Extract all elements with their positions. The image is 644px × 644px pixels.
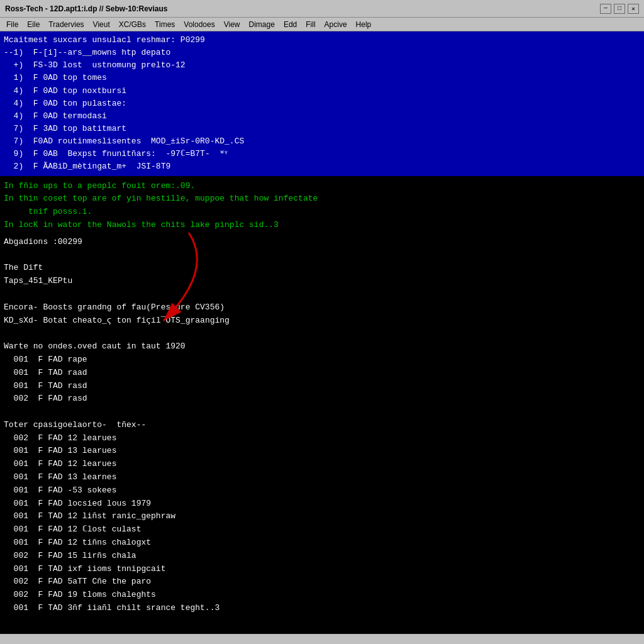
white-section-main: Abgadions :00299 The Dift Taps_451_KEPtu… [0,233,644,618]
maximize-button[interactable]: □ [614,4,625,14]
main-content: Mcaitmest suxcars unsulacl reshmar: P029… [0,31,644,634]
menu-item-help[interactable]: Help [352,19,375,30]
menu-item-fill[interactable]: Fill [302,19,319,30]
green-section: In fñio ups to a peoplc fouit orem:.09. … [0,176,644,233]
menu-item-view[interactable]: View [220,19,244,30]
menu-item-eile[interactable]: Eile [23,19,43,30]
white-text: Abgadions :00299 The Dift Taps_451_KEPtu… [4,236,640,615]
menu-item-dimage[interactable]: Dimage [245,19,279,30]
minimize-button[interactable]: ─ [600,4,611,14]
menu-item-vieut[interactable]: Vieut [89,19,114,30]
menu-item-times[interactable]: Times [151,19,179,30]
blue-text: Mcaitmest suxcars unsulacl reshmar: P029… [4,34,640,174]
close-button[interactable]: ✕ [628,4,639,14]
green-text: In fñio ups to a peoplc fouit orem:.09. … [4,180,640,232]
menu-item-apcive[interactable]: Apcive [321,19,351,30]
title-bar: Ross-Tech - 12D.apt1:i.dp // Sebw-10:Rev… [0,0,644,18]
content-scroll[interactable]: Mcaitmest suxcars unsulacl reshmar: P029… [0,31,644,634]
menu-item-xc/gbs[interactable]: XC/GBs [115,19,150,30]
window-controls: ─ □ ✕ [600,4,639,14]
window-title: Ross-Tech - 12D.apt1:i.dp // Sebw-10:Rev… [5,4,168,13]
menu-item-tradervies[interactable]: Tradervies [45,19,87,30]
menu-bar: FileEileTraderviesVieutXC/GBsTimesVolodo… [0,18,644,31]
blue-section: Mcaitmest suxcars unsulacl reshmar: P029… [0,31,644,176]
menu-item-volodoes[interactable]: Volodoes [180,19,218,30]
menu-item-file[interactable]: File [3,19,22,30]
bottom-scrollbar[interactable] [0,634,644,644]
menu-item-edd[interactable]: Edd [280,19,301,30]
